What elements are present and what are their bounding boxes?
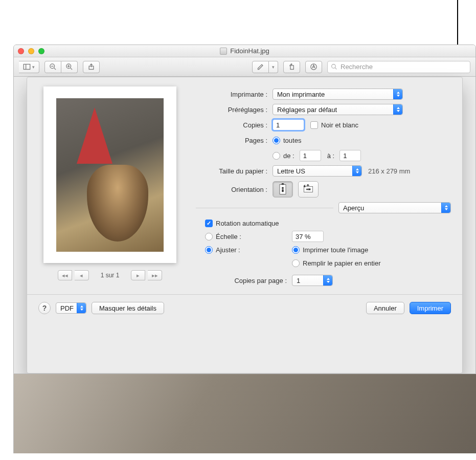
paper-dimensions: 216 x 279 mm [368,167,410,175]
orientation-label: Orientation : [196,186,273,193]
markup-menu-button[interactable]: ▾ [269,61,278,73]
paper-size-label: Taille du papier : [196,167,273,175]
fit-fill-paper-radio[interactable] [292,259,300,267]
cancel-button[interactable]: Annuler [366,302,404,314]
prev-page-button[interactable]: ◂ [75,270,89,280]
hide-details-button[interactable]: Masquer les détails [92,302,164,314]
pdf-menu[interactable]: PDF [56,302,86,314]
minimize-icon[interactable] [28,48,34,54]
window-controls [18,48,44,54]
autorotate-checkbox[interactable] [205,220,213,227]
pages-to-field[interactable]: 1 [339,150,361,161]
svg-line-3 [54,68,56,70]
print-options-form: Imprimante : Mon imprimante Préréglages … [196,86,451,287]
zoom-icon[interactable] [38,48,44,54]
app-window: FidoinHat.jpg ▾ ▾ [13,45,476,374]
print-preview-image [56,98,164,252]
share-button[interactable] [83,61,100,73]
annotate-button[interactable] [305,61,322,73]
pages-from-label: de : [283,152,294,160]
portrait-icon [277,183,288,195]
print-preview-page [43,86,176,263]
zoom-in-icon [65,63,73,71]
toolbar: ▾ ▾ Recherche [14,57,475,77]
copies-field[interactable]: 1 [273,119,304,130]
presets-label: Préréglages : [196,106,273,114]
search-icon [331,63,337,70]
page-indicator: 1 sur 1 [92,272,129,279]
pages-all-radio[interactable] [273,137,280,144]
scale-label: Échelle : [216,233,241,240]
print-preview-column: ◂◂ ◂ 1 sur 1 ▸ ▸▸ [38,86,182,287]
fit-fill-paper-label: Remplir le papier en entier [303,259,380,267]
svg-point-19 [306,188,308,190]
svg-rect-11 [290,65,293,70]
fit-radio[interactable] [205,246,213,254]
scale-field[interactable]: 37 % [292,231,324,242]
bw-checkbox[interactable] [310,121,318,129]
print-button[interactable]: Imprimer [410,302,451,314]
document-icon [220,48,227,55]
dialog-footer: ? PDF Masquer les détails Annuler Imprim… [38,300,451,314]
print-dialog: ◂◂ ◂ 1 sur 1 ▸ ▸▸ Imprimante : Mon impri… [27,77,463,374]
next-page-button[interactable]: ▸ [131,270,145,280]
chevron-down-icon: ▾ [272,64,275,70]
pages-to-label: à : [327,152,334,160]
divider [27,294,462,295]
orientation-landscape-button[interactable] [298,181,319,198]
help-button[interactable]: ? [38,302,51,314]
last-page-button[interactable]: ▸▸ [148,270,162,280]
svg-rect-17 [282,189,283,192]
svg-line-6 [70,68,72,70]
fit-print-whole-radio[interactable] [292,246,300,254]
svg-line-14 [335,68,336,69]
bw-label: Noir et blanc [321,121,358,129]
share-icon [87,63,95,71]
copies-label: Copies : [196,121,273,129]
window-title: FidoinHat.jpg [230,47,269,55]
options-section-select[interactable]: Aperçu [338,202,451,213]
rotate-button[interactable] [283,61,300,73]
pencil-icon [257,63,264,71]
svg-rect-0 [24,64,30,70]
fit-label: Ajuster : [216,246,240,254]
fit-print-whole-label: Imprimer toute l'image [303,246,368,254]
zoom-out-button[interactable] [44,61,61,73]
printer-label: Imprimante : [196,91,273,98]
pages-from-field[interactable]: 1 [300,150,321,161]
zoom-out-icon [49,63,57,71]
presets-select[interactable]: Réglages par défaut [273,104,403,115]
copies-per-page-label: Copies par page : [234,277,287,284]
rotate-icon [288,63,296,71]
preview-page-nav: ◂◂ ◂ 1 sur 1 ▸ ▸▸ [58,270,163,280]
pages-all-label: toutes [283,137,301,144]
document-background-image [13,374,476,453]
pages-range-radio[interactable] [273,152,280,160]
svg-rect-20 [308,188,311,190]
annotate-icon [310,63,318,71]
copies-per-page-select[interactable]: 1 [292,275,333,286]
svg-point-16 [282,187,284,189]
paper-size-select[interactable]: Lettre US [273,165,362,177]
search-input[interactable]: Recherche [327,61,470,73]
close-icon[interactable] [18,48,24,54]
titlebar: FidoinHat.jpg [14,45,475,57]
svg-point-13 [332,64,336,69]
first-page-button[interactable]: ◂◂ [58,270,72,280]
pages-label: Pages : [196,137,273,144]
scale-radio[interactable] [205,233,213,240]
sidebar-toggle-button[interactable]: ▾ [19,61,39,73]
printer-select[interactable]: Mon imprimante [273,89,403,100]
autorotate-label: Rotation automatique [216,220,279,227]
orientation-portrait-button[interactable] [273,181,293,198]
zoom-in-button[interactable] [61,61,78,73]
search-placeholder: Recherche [341,63,373,71]
sidebar-icon [23,63,31,71]
markup-button[interactable] [252,61,269,73]
landscape-icon [303,183,314,195]
